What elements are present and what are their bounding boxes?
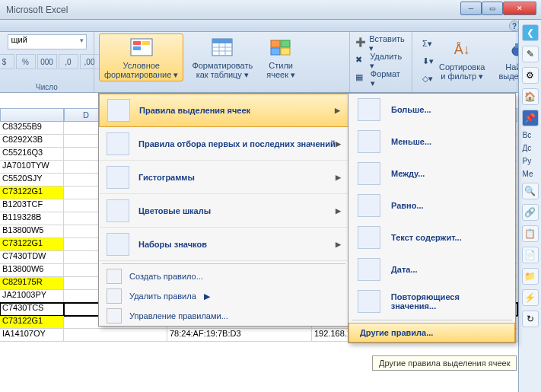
cell-styles-label: Стили ячеек ▾ <box>266 61 295 79</box>
styles-group: Условное форматирование ▾ Форматировать … <box>94 32 350 92</box>
conditional-formatting-button[interactable]: Условное форматирование ▾ <box>99 33 183 81</box>
sub-less-than[interactable]: Меньше... <box>348 126 515 158</box>
side-text-3: Ру <box>521 157 539 165</box>
menu-new-rule[interactable]: Создать правило... <box>99 266 348 286</box>
increase-decimal-button[interactable]: ,0 <box>59 54 78 69</box>
thousands-button[interactable]: 000 <box>37 54 57 69</box>
sidebar-panel: ❮ ✎ ⚙ 🏠 📌 Вс Дс Ру Ме 🔍 🔗 📋 📄 📁 ⚡ ↻ <box>518 20 541 392</box>
format-button[interactable]: ▦Формат ▾ <box>352 70 409 87</box>
number-group: щий $ % 000 ,0 ,00 Число <box>0 32 94 92</box>
chevron-right-icon: ▶ <box>204 292 210 301</box>
between-icon <box>358 162 380 185</box>
side-icon-8[interactable]: 📁 <box>522 268 539 285</box>
insert-icon: ➕ <box>355 37 366 49</box>
manage-rules-icon <box>107 308 122 323</box>
delete-button[interactable]: ✖Удалить ▾ <box>352 53 409 69</box>
side-text-2: Дс <box>521 144 539 152</box>
number-group-label: Число <box>0 83 94 91</box>
format-as-table-icon <box>210 36 234 60</box>
greater-icon <box>358 98 380 121</box>
date-icon <box>358 258 380 281</box>
maximize-button[interactable]: ▭ <box>482 2 503 15</box>
sub-greater-than[interactable]: Больше... <box>348 94 515 126</box>
text-contains-icon <box>358 226 380 249</box>
svg-rect-3 <box>142 41 150 45</box>
conditional-formatting-icon <box>129 36 154 60</box>
autosum-button[interactable]: Σ▾ <box>419 35 431 52</box>
svg-rect-2 <box>133 46 141 50</box>
color-scales-icon <box>107 199 129 222</box>
side-pin-icon[interactable]: 📌 <box>522 110 539 126</box>
currency-button[interactable]: $ <box>0 54 14 69</box>
side-icon-7[interactable]: 📄 <box>522 247 539 263</box>
highlight-rules-icon <box>107 99 130 122</box>
menu-top-bottom-rules[interactable]: Правила отбора первых и последних значен… <box>99 127 348 161</box>
side-icon-4[interactable]: 🔍 <box>522 183 539 199</box>
side-icon-2[interactable]: ⚙ <box>522 67 539 84</box>
new-rule-icon <box>107 269 122 284</box>
icon-sets-icon <box>107 233 129 256</box>
window-title: Microsoft Excel <box>6 5 68 15</box>
svg-rect-11 <box>281 40 290 47</box>
svg-rect-1 <box>133 41 141 45</box>
sub-text-contains[interactable]: Текст содержит... <box>348 221 515 253</box>
side-text-4: Ме <box>521 170 539 178</box>
svg-rect-5 <box>212 39 232 43</box>
highlight-cells-submenu: Больше... Меньше... Между... Равно... Те… <box>348 93 516 343</box>
sort-filter-button[interactable]: Å↓ Сортировка и фильтр ▾ <box>434 35 490 83</box>
menu-color-scales[interactable]: Цветовые шкалы▶ <box>99 194 348 228</box>
ribbon-tabstrip: ? − <box>0 20 541 32</box>
delete-icon: ✖ <box>355 55 367 67</box>
cell-styles-icon <box>269 36 293 60</box>
menu-data-bars[interactable]: Гистограммы▶ <box>99 161 348 194</box>
side-icon-10[interactable]: ↻ <box>522 311 539 327</box>
clear-button[interactable]: ◇▾ <box>419 70 431 87</box>
sub-between[interactable]: Между... <box>348 158 515 190</box>
ribbon: щий $ % 000 ,0 ,00 Число Условное формат… <box>0 32 541 93</box>
conditional-formatting-label: Условное форматирование ▾ <box>104 61 178 79</box>
duplicate-icon <box>358 290 380 313</box>
menu-icon-sets[interactable]: Наборы значков▶ <box>99 228 348 261</box>
sub-date[interactable]: Дата... <box>348 253 515 285</box>
side-text-1: Вс <box>521 131 539 139</box>
format-as-table-button[interactable]: Форматировать как таблицу ▾ <box>186 33 258 81</box>
cell-styles-button[interactable]: Стили ячеек ▾ <box>261 33 301 81</box>
side-icon-1[interactable]: ✎ <box>522 46 539 62</box>
insert-button[interactable]: ➕Вставить ▾ <box>352 35 409 52</box>
minimize-button[interactable]: ─ <box>460 2 482 15</box>
side-icon-5[interactable]: 🔗 <box>522 204 539 221</box>
svg-rect-10 <box>271 40 280 47</box>
side-back-icon[interactable]: ❮ <box>522 24 539 41</box>
menu-manage-rules[interactable]: Управление правилами... <box>99 306 348 326</box>
close-button[interactable]: ✕ <box>503 2 536 15</box>
side-icon-9[interactable]: ⚡ <box>522 289 539 306</box>
menu-highlight-cells-rules[interactable]: Правила выделения ячеек▶ <box>99 94 348 127</box>
less-icon <box>358 130 380 153</box>
chevron-right-icon: ▶ <box>336 140 341 148</box>
percent-button[interactable]: % <box>16 54 36 69</box>
fill-button[interactable]: ⬇▾ <box>419 53 431 69</box>
chevron-right-icon: ▶ <box>335 107 340 114</box>
data-bars-icon <box>107 166 129 189</box>
number-format-combo[interactable]: щий <box>8 34 87 49</box>
menu-clear-rules[interactable]: Удалить правила▶ <box>99 286 348 306</box>
editing-group: Σ▾ ⬇▾ ◇▾ Å↓ Сортировка и фильтр ▾ Найти … <box>412 32 517 92</box>
svg-rect-12 <box>271 48 280 55</box>
svg-rect-13 <box>281 48 290 55</box>
top-bottom-icon <box>107 132 129 155</box>
conditional-formatting-menu: Правила выделения ячеек▶ Правила отбора … <box>98 93 349 327</box>
tooltip: Другие правила выделения ячеек <box>372 355 517 371</box>
side-icon-3[interactable]: 🏠 <box>522 88 539 105</box>
chevron-right-icon: ▶ <box>336 174 341 181</box>
title-bar: Microsoft Excel ─ ▭ ✕ <box>0 0 541 20</box>
chevron-right-icon: ▶ <box>336 241 341 248</box>
sub-more-rules[interactable]: Другие правила... <box>348 323 515 343</box>
sort-icon: Å↓ <box>450 37 474 62</box>
sub-equal-to[interactable]: Равно... <box>348 190 515 221</box>
chevron-right-icon: ▶ <box>336 207 341 215</box>
side-icon-6[interactable]: 📋 <box>522 225 539 242</box>
equal-icon <box>358 194 380 217</box>
format-icon: ▦ <box>355 72 368 84</box>
sub-duplicate-values[interactable]: Повторяющиеся значения... <box>348 285 515 317</box>
format-as-table-label: Форматировать как таблицу ▾ <box>192 61 253 79</box>
